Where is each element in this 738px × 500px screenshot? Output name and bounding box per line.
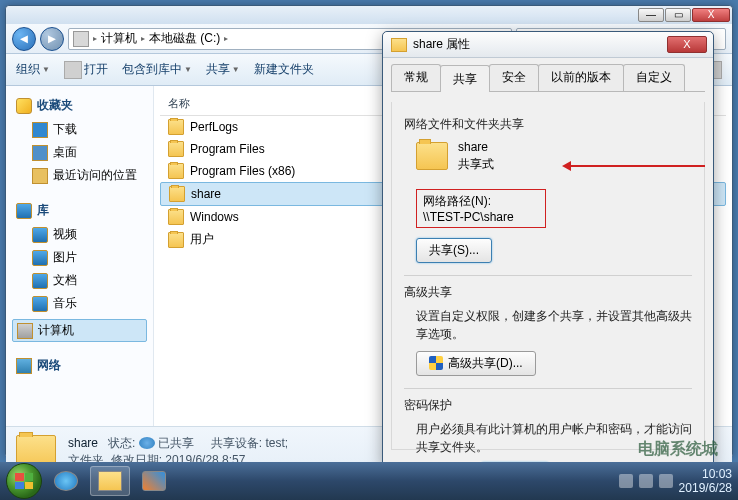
- close-button[interactable]: X: [692, 8, 730, 22]
- advanced-share-button[interactable]: 高级共享(D)...: [416, 351, 536, 376]
- details-device-label: 共享设备:: [211, 436, 262, 450]
- tray-icon[interactable]: [659, 474, 673, 488]
- folder-icon: [416, 142, 448, 170]
- tab-sharing[interactable]: 共享: [440, 65, 490, 92]
- section-network-sharing: 网络文件和文件夹共享: [404, 116, 692, 133]
- start-button[interactable]: [6, 463, 42, 499]
- details-device: test;: [265, 436, 288, 450]
- share-button[interactable]: 共享(S)...: [416, 238, 492, 263]
- details-status: 已共享: [158, 436, 194, 450]
- newfolder-button[interactable]: 新建文件夹: [254, 61, 314, 78]
- document-icon: [32, 273, 48, 289]
- tab-custom[interactable]: 自定义: [623, 64, 685, 91]
- taskbar-ie[interactable]: [46, 466, 86, 496]
- section-advanced-sharing: 高级共享: [404, 284, 692, 301]
- star-icon: [16, 98, 32, 114]
- folder-icon: [168, 119, 184, 135]
- chevron-icon: ▸: [224, 34, 228, 43]
- tab-security[interactable]: 安全: [489, 64, 539, 91]
- shield-icon: [429, 356, 443, 370]
- folder-icon: [168, 209, 184, 225]
- network-icon: [16, 358, 32, 374]
- organize-menu[interactable]: 组织 ▼: [16, 61, 50, 78]
- clock[interactable]: 10:032019/6/28: [679, 467, 732, 496]
- nav-documents[interactable]: 文档: [10, 269, 149, 292]
- favorites-header[interactable]: 收藏夹: [10, 92, 149, 118]
- libraries-header[interactable]: 库: [10, 197, 149, 223]
- picture-icon: [32, 250, 48, 266]
- tray-icon[interactable]: [639, 474, 653, 488]
- desktop-icon: [32, 145, 48, 161]
- tab-general[interactable]: 常规: [391, 64, 441, 91]
- tab-strip: 常规 共享 安全 以前的版本 自定义: [391, 64, 705, 92]
- nav-recent[interactable]: 最近访问的位置: [10, 164, 149, 187]
- shared-icon: [139, 437, 155, 449]
- sharing-panel: 网络文件和文件夹共享 share 共享式 网络路径(N): \\TEST-PC\…: [391, 102, 705, 450]
- taskbar: 10:032019/6/28: [0, 462, 738, 500]
- back-button[interactable]: ◄: [12, 27, 36, 51]
- nav-desktop[interactable]: 桌面: [10, 141, 149, 164]
- section-password: 密码保护: [404, 397, 692, 414]
- network-path-value: \\TEST-PC\share: [423, 210, 539, 224]
- folder-state: 共享式: [458, 156, 494, 173]
- advanced-text: 设置自定义权限，创建多个共享，并设置其他高级共享选项。: [416, 307, 692, 343]
- folder-icon: [169, 186, 185, 202]
- nav-network[interactable]: 网络: [10, 352, 149, 378]
- folder-icon: [168, 232, 184, 248]
- nav-pane: 收藏夹 下载 桌面 最近访问的位置 库 视频 图片 文档 音乐 计算机 网络: [6, 86, 154, 426]
- share-menu[interactable]: 共享 ▼: [206, 61, 240, 78]
- breadcrumb-drive[interactable]: 本地磁盘 (C:): [149, 30, 220, 47]
- recent-icon: [32, 168, 48, 184]
- taskbar-explorer[interactable]: [90, 466, 130, 496]
- nav-downloads[interactable]: 下载: [10, 118, 149, 141]
- network-path-label: 网络路径(N):: [423, 193, 539, 210]
- nav-computer[interactable]: 计算机: [12, 319, 147, 342]
- drive-icon: [73, 31, 89, 47]
- computer-icon: [17, 323, 33, 339]
- folder-icon: [391, 38, 407, 52]
- tab-previous[interactable]: 以前的版本: [538, 64, 624, 91]
- annotation-arrow: [565, 165, 705, 167]
- chevron-icon: ▸: [141, 34, 145, 43]
- system-tray: 10:032019/6/28: [619, 467, 732, 496]
- folder-icon: [168, 163, 184, 179]
- include-menu[interactable]: 包含到库中 ▼: [122, 61, 192, 78]
- open-icon: [64, 61, 82, 79]
- nav-music[interactable]: 音乐: [10, 292, 149, 315]
- library-icon: [16, 203, 32, 219]
- wmp-icon: [142, 471, 166, 491]
- windows-logo-icon: [15, 473, 33, 489]
- properties-dialog: share 属性 X 常规 共享 安全 以前的版本 自定义 网络文件和文件夹共享…: [382, 31, 714, 466]
- watermark: 电脑系统城: [638, 439, 718, 460]
- ie-icon: [54, 471, 78, 491]
- dialog-title: share 属性: [413, 36, 470, 53]
- titlebar: — ▭ X: [6, 6, 732, 24]
- downloads-icon: [32, 122, 48, 138]
- folder-name: share: [458, 139, 494, 156]
- folder-icon: [168, 141, 184, 157]
- forward-button[interactable]: ►: [40, 27, 64, 51]
- nav-videos[interactable]: 视频: [10, 223, 149, 246]
- nav-pictures[interactable]: 图片: [10, 246, 149, 269]
- minimize-button[interactable]: —: [638, 8, 664, 22]
- details-status-label: 状态:: [108, 436, 135, 450]
- dialog-close-button[interactable]: X: [667, 36, 707, 53]
- open-button[interactable]: 打开: [64, 61, 108, 79]
- network-path-box: 网络路径(N): \\TEST-PC\share: [416, 189, 546, 228]
- taskbar-wmp[interactable]: [134, 466, 174, 496]
- video-icon: [32, 227, 48, 243]
- breadcrumb-computer[interactable]: 计算机: [101, 30, 137, 47]
- music-icon: [32, 296, 48, 312]
- dialog-titlebar: share 属性 X: [383, 32, 713, 58]
- explorer-icon: [98, 471, 122, 491]
- details-name: share: [68, 436, 98, 450]
- tray-icon[interactable]: [619, 474, 633, 488]
- chevron-icon: ▸: [93, 34, 97, 43]
- maximize-button[interactable]: ▭: [665, 8, 691, 22]
